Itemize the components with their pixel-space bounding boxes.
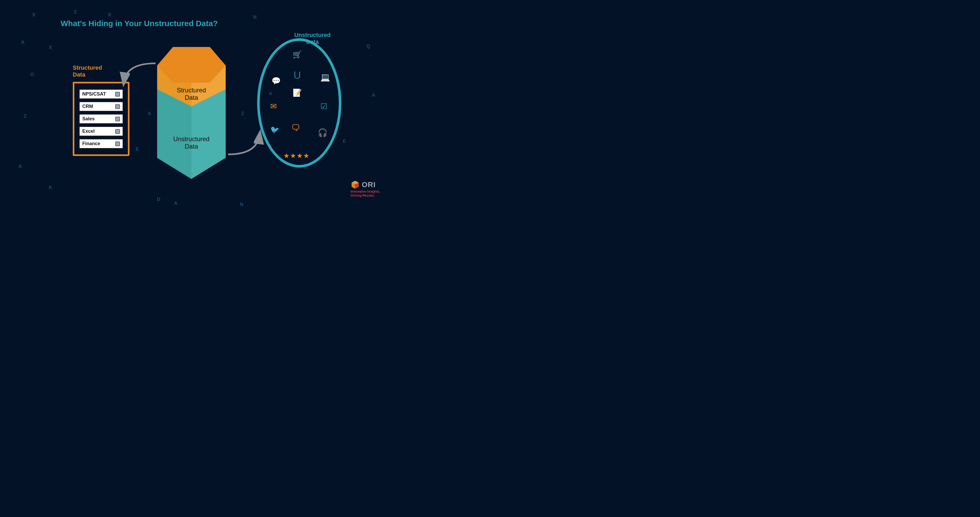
page-title: What's Hiding in Your Unstructured Data? — [60, 19, 218, 28]
structured-data-label: Structured Data — [73, 64, 102, 78]
prism-structured-label: Structured Data — [152, 86, 231, 101]
note-icon: 📝 — [293, 88, 302, 97]
voice-icon: 🗨 — [291, 123, 300, 133]
hex-prism-svg — [152, 31, 231, 184]
slot-icon — [115, 129, 120, 134]
stars-icon: ★★★★ — [283, 152, 310, 160]
prism-unstructured-label: Unstructured Data — [152, 136, 231, 150]
ori-logo: ORI Innovative Insights. Driving Results… — [351, 180, 380, 198]
slot-icon — [115, 142, 120, 146]
twitter-icon: 🐦 — [270, 125, 280, 134]
headset-icon: 🎧 — [318, 128, 328, 137]
unstructured-icon-cloud: 🛒⋃💬💻📝✉☑🐦🗨🎧 — [261, 46, 337, 160]
list-item: Finance — [79, 139, 123, 148]
list-item: Sales — [79, 114, 123, 124]
logo-tagline: Innovative Insights. Driving Results. — [351, 190, 380, 198]
slot-icon — [115, 92, 120, 97]
list-item: Excel — [79, 126, 123, 136]
checklist-icon: ☑ — [320, 102, 328, 111]
slot-icon — [115, 104, 120, 109]
cart-icon: 🛒 — [293, 50, 302, 59]
slot-icon — [115, 116, 120, 121]
chat-icon: 💬 — [272, 77, 281, 85]
list-item: CRM — [79, 102, 123, 112]
logo-mark-icon — [351, 180, 360, 189]
magnet-icon: ⋃ — [294, 70, 301, 79]
laptop-icon: 💻 — [320, 73, 330, 82]
list-item: NPS/CSAT — [79, 89, 123, 99]
structured-data-list: NPS/CSAT CRM Sales Excel Finance — [73, 82, 129, 156]
logo-text: ORI — [362, 180, 376, 189]
data-prism: Structured Data Unstructured Data — [152, 31, 231, 179]
mail-icon: ✉ — [270, 102, 277, 111]
